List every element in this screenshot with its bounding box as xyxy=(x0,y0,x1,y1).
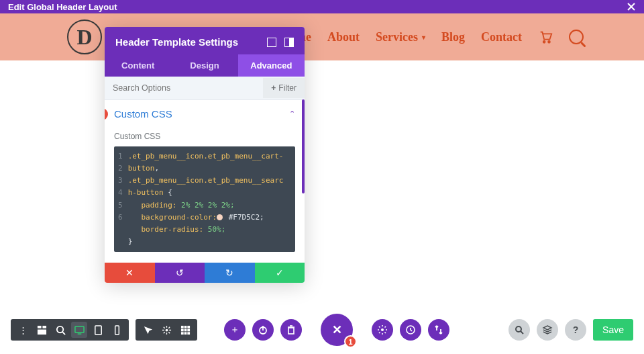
site-logo[interactable]: D xyxy=(67,19,102,54)
section-toggle[interactable]: Custom CSS ⌃ xyxy=(114,108,295,120)
help-button[interactable]: ? xyxy=(565,319,586,341)
history-button[interactable] xyxy=(400,319,421,341)
svg-rect-12 xyxy=(180,325,183,328)
nav-contact[interactable]: Contact xyxy=(481,30,522,44)
nav-blog[interactable]: Blog xyxy=(441,30,465,44)
add-button[interactable]: ＋ xyxy=(224,319,246,341)
panel-scrollbar[interactable] xyxy=(302,99,305,263)
svg-line-29 xyxy=(521,331,523,334)
svg-rect-18 xyxy=(180,332,183,335)
code-body[interactable]: .et_pb_menu__icon.et_pb_menu__cart- butt… xyxy=(128,150,289,248)
tablet-icon[interactable] xyxy=(90,322,106,338)
tab-advanced[interactable]: Advanced xyxy=(238,54,305,77)
gutter: 1 2 3 4 5 6 xyxy=(114,150,128,248)
nav-about[interactable]: About xyxy=(327,30,360,44)
svg-rect-3 xyxy=(42,325,46,328)
search-input[interactable] xyxy=(105,77,263,99)
trash-button[interactable] xyxy=(280,319,302,341)
svg-point-11 xyxy=(165,328,168,331)
expand-icon[interactable] xyxy=(267,38,276,47)
view-toolbox: ⋮ xyxy=(11,319,129,341)
settings-panel: Header Template Settings Content Design … xyxy=(105,27,305,283)
search-toolbar-button[interactable] xyxy=(508,319,530,341)
svg-rect-17 xyxy=(187,328,190,331)
svg-rect-2 xyxy=(37,325,41,328)
svg-point-1 xyxy=(548,41,550,43)
svg-rect-20 xyxy=(187,332,190,335)
power-button[interactable] xyxy=(252,319,274,341)
tab-content[interactable]: Content xyxy=(105,54,171,77)
svg-rect-10 xyxy=(115,325,119,334)
svg-point-28 xyxy=(516,326,521,332)
svg-point-5 xyxy=(56,326,62,332)
hover-icon[interactable] xyxy=(140,322,156,338)
section-title: Custom CSS xyxy=(114,108,172,120)
svg-rect-4 xyxy=(37,329,46,335)
tab-design[interactable]: Design xyxy=(171,54,237,77)
search-icon[interactable] xyxy=(569,30,584,44)
save-button[interactable]: Save xyxy=(593,319,633,341)
plus-icon: + xyxy=(271,83,276,93)
custom-css-editor[interactable]: 1 2 3 4 5 6 .et_pb_menu__icon.et_pb_menu… xyxy=(114,146,295,252)
cart-icon[interactable] xyxy=(538,30,553,44)
section-custom-css: 2 Custom CSS ⌃ Custom CSS 1 2 3 4 5 6 .e… xyxy=(105,100,305,263)
panel-save-button[interactable]: ✓ xyxy=(255,263,305,283)
chevron-down-icon: ▾ xyxy=(422,34,425,41)
svg-rect-7 xyxy=(74,326,83,332)
portability-button[interactable] xyxy=(428,319,449,341)
callout-badge-2: 2 xyxy=(105,108,108,120)
svg-rect-15 xyxy=(180,328,183,331)
svg-line-6 xyxy=(62,332,65,335)
global-header-bar: Edit Global Header Layout xyxy=(0,0,644,13)
svg-rect-14 xyxy=(187,325,190,328)
panel-cancel-button[interactable]: ✕ xyxy=(105,263,155,283)
snap-icon[interactable] xyxy=(284,38,294,47)
site-header: D me About Services▾ Blog Contact xyxy=(0,13,644,60)
desktop-icon[interactable] xyxy=(71,322,87,338)
panel-search-row: +Filter xyxy=(105,77,305,100)
nav-services[interactable]: Services▾ xyxy=(376,30,425,44)
layers-button[interactable] xyxy=(537,319,558,341)
global-header-title: Edit Global Header Layout xyxy=(8,2,117,12)
zoom-icon[interactable] xyxy=(52,322,68,338)
svg-rect-13 xyxy=(184,325,186,328)
field-label: Custom CSS xyxy=(114,132,295,141)
svg-point-26 xyxy=(381,328,384,331)
panel-title: Header Template Settings xyxy=(115,36,238,48)
panel-tabs: Content Design Advanced xyxy=(105,54,305,77)
svg-rect-23 xyxy=(288,328,294,334)
grid-icon[interactable] xyxy=(177,322,193,338)
handle-icon[interactable]: ⋮ xyxy=(15,322,31,338)
chevron-up-icon: ⌃ xyxy=(289,109,295,118)
callout-badge-1: 1 xyxy=(344,335,357,348)
close-icon[interactable] xyxy=(627,2,636,11)
wireframe-icon[interactable] xyxy=(34,322,50,338)
panel-header[interactable]: Header Template Settings xyxy=(105,27,305,54)
svg-rect-19 xyxy=(184,332,186,335)
svg-point-0 xyxy=(543,41,545,43)
color-swatch xyxy=(217,214,223,220)
phone-icon[interactable] xyxy=(109,322,125,338)
panel-redo-button[interactable]: ↻ xyxy=(205,263,255,283)
panel-undo-button[interactable]: ↺ xyxy=(155,263,205,283)
filter-button[interactable]: +Filter xyxy=(263,78,305,98)
svg-rect-16 xyxy=(184,328,186,331)
close-builder-button[interactable]: ✕1 xyxy=(321,314,353,346)
primary-nav: me About Services▾ Blog Contact xyxy=(296,30,584,44)
svg-rect-9 xyxy=(95,325,101,334)
click-icon[interactable] xyxy=(158,322,174,338)
settings-button[interactable] xyxy=(372,319,393,341)
panel-actions: ✕ ↺ ↻ ✓ xyxy=(105,263,305,283)
effects-toolbox xyxy=(136,319,197,341)
builder-toolbar: ⋮ ＋ ✕1 ? Save xyxy=(0,314,644,346)
